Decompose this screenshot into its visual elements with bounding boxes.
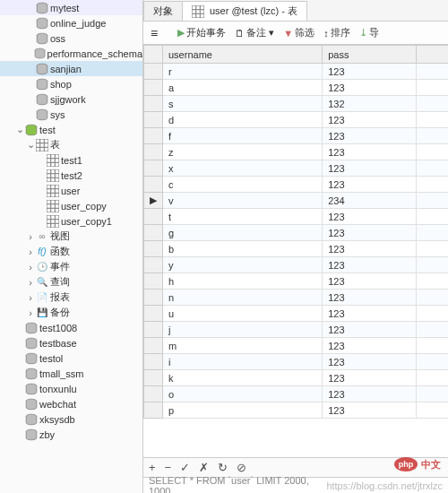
cell-pass[interactable]: 132 [323, 96, 416, 112]
cell-username[interactable]: b [163, 241, 323, 257]
export-button[interactable]: ⤓导 [356, 24, 383, 41]
data-grid-wrapper[interactable]: username pass r123a123s132d123f123z123x1… [143, 45, 448, 457]
cell-pass[interactable]: 123 [323, 160, 416, 177]
tree-item-sanjian[interactable]: sanjian [0, 61, 142, 76]
cell-username[interactable]: m [163, 338, 323, 354]
cell-pass[interactable]: 123 [323, 306, 416, 322]
tree-item-webchat[interactable]: webchat [0, 396, 142, 411]
tree-item-mytest[interactable]: mytest [0, 0, 142, 15]
table-row[interactable]: x123 [144, 160, 449, 177]
tab-user-table[interactable]: user @test (lzc) - 表 [182, 1, 307, 21]
table-row[interactable]: r123 [144, 64, 449, 80]
cell-pass[interactable]: 123 [323, 370, 416, 386]
tree-item-事件[interactable]: ›🕒事件 [0, 259, 142, 274]
tree-item-testol[interactable]: testol [0, 350, 142, 366]
expand-icon[interactable]: › [25, 292, 36, 303]
cell-username[interactable]: h [163, 273, 323, 290]
cell-pass[interactable]: 123 [323, 112, 416, 128]
tree-item-performance_schema[interactable]: performance_schema [0, 46, 142, 61]
table-row[interactable]: c123 [144, 177, 449, 193]
cell-username[interactable]: z [163, 144, 323, 160]
cell-pass[interactable]: 123 [323, 144, 416, 160]
tree-item-user_copy[interactable]: user_copy [0, 198, 142, 213]
table-row[interactable]: i123 [144, 354, 449, 370]
cell-username[interactable]: i [163, 354, 323, 370]
column-header-username[interactable]: username [163, 46, 323, 64]
cell-username[interactable]: t [163, 209, 323, 225]
tree-item-test[interactable]: ⌄test [0, 122, 142, 137]
expand-icon[interactable]: ⌄ [25, 139, 36, 151]
cell-pass[interactable]: 123 [323, 225, 416, 241]
tree-item-表[interactable]: ⌄表 [0, 137, 142, 152]
table-row[interactable]: m123 [144, 338, 449, 354]
table-row[interactable]: j123 [144, 322, 449, 338]
cell-pass[interactable]: 123 [323, 322, 416, 338]
filter-button[interactable]: ▼筛选 [280, 24, 318, 41]
table-row[interactable]: k123 [144, 370, 449, 386]
table-row[interactable]: o123 [144, 386, 449, 402]
stop-button[interactable]: ⊘ [237, 461, 246, 474]
column-header-pass[interactable]: pass [323, 46, 416, 64]
cancel-button[interactable]: ✗ [199, 461, 209, 474]
cell-pass[interactable]: 123 [323, 402, 416, 419]
commit-button[interactable]: ✓ [180, 461, 190, 474]
tree-item-查询[interactable]: ›🔍查询 [0, 274, 142, 290]
cell-pass[interactable]: 123 [323, 290, 416, 306]
tab-objects[interactable]: 对象 [143, 1, 183, 21]
table-row[interactable]: z123 [144, 144, 449, 160]
expand-icon[interactable]: › [25, 277, 36, 288]
tree-item-test1008[interactable]: test1008 [0, 320, 142, 335]
table-row[interactable]: g123 [144, 225, 449, 241]
table-row[interactable]: f123 [144, 128, 449, 144]
tree-item-函数[interactable]: ›f()函数 [0, 244, 142, 259]
table-row[interactable]: ▶v234 [144, 193, 449, 209]
cell-username[interactable]: d [163, 112, 323, 128]
cell-pass[interactable]: 123 [323, 80, 416, 96]
cell-username[interactable]: p [163, 402, 323, 419]
tree-item-tmall_ssm[interactable]: tmall_ssm [0, 366, 142, 381]
cell-username[interactable]: a [163, 80, 323, 96]
expand-icon[interactable]: › [25, 307, 36, 318]
expand-icon[interactable]: › [25, 231, 36, 242]
cell-pass[interactable]: 123 [323, 338, 416, 354]
cell-pass[interactable]: 123 [323, 128, 416, 144]
tree-item-报表[interactable]: ›📄报表 [0, 290, 142, 305]
tree-item-oss[interactable]: oss [0, 30, 142, 46]
table-row[interactable]: d123 [144, 112, 449, 128]
cell-pass[interactable]: 123 [323, 354, 416, 370]
cell-username[interactable]: o [163, 386, 323, 402]
tree-item-test1[interactable]: test1 [0, 152, 142, 168]
cell-pass[interactable]: 123 [323, 257, 416, 273]
cell-username[interactable]: s [163, 96, 323, 112]
tree-item-sys[interactable]: sys [0, 107, 142, 122]
cell-username[interactable]: f [163, 128, 323, 144]
cell-pass[interactable]: 123 [323, 386, 416, 402]
expand-icon[interactable]: › [25, 246, 36, 257]
refresh-button[interactable]: ↻ [218, 461, 228, 474]
cell-pass[interactable]: 123 [323, 273, 416, 290]
tree-item-test2[interactable]: test2 [0, 168, 142, 183]
menu-button[interactable]: ≡ [147, 24, 161, 42]
cell-username[interactable]: u [163, 306, 323, 322]
tree-item-sjjgwork[interactable]: sjjgwork [0, 91, 142, 107]
cell-pass[interactable]: 123 [323, 64, 416, 80]
tree-item-shop[interactable]: shop [0, 76, 142, 91]
cell-username[interactable]: n [163, 290, 323, 306]
delete-row-button[interactable]: − [165, 461, 172, 474]
table-row[interactable]: t123 [144, 209, 449, 225]
sort-button[interactable]: ↕排序 [320, 24, 354, 41]
cell-pass[interactable]: 123 [323, 209, 416, 225]
table-row[interactable]: a123 [144, 80, 449, 96]
table-row[interactable]: p123 [144, 402, 449, 419]
cell-username[interactable]: y [163, 257, 323, 273]
cell-username[interactable]: j [163, 322, 323, 338]
tree-item-备份[interactable]: ›💾备份 [0, 305, 142, 320]
table-row[interactable]: n123 [144, 290, 449, 306]
cell-username[interactable]: g [163, 225, 323, 241]
tree-item-user[interactable]: user [0, 183, 142, 198]
tree-item-视图[interactable]: ›∞视图 [0, 229, 142, 244]
table-row[interactable]: s132 [144, 96, 449, 112]
cell-username[interactable]: r [163, 64, 323, 80]
table-row[interactable]: h123 [144, 273, 449, 290]
expand-icon[interactable]: ⌄ [14, 124, 25, 135]
